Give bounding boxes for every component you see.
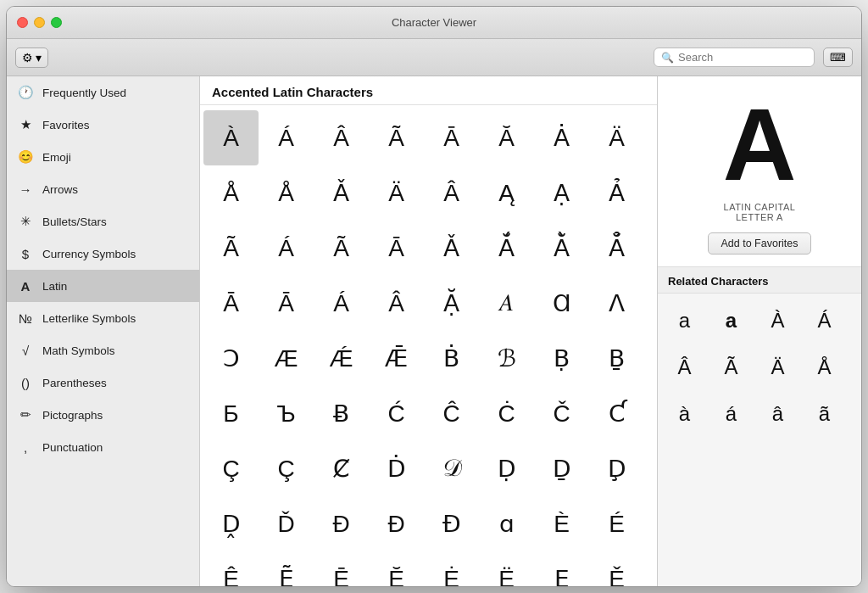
maximize-button[interactable]	[51, 17, 62, 28]
char-cell[interactable]: Ð	[314, 496, 369, 551]
char-cell[interactable]: Ḍ	[479, 441, 534, 496]
char-cell[interactable]: Ć	[369, 386, 424, 441]
char-cell[interactable]: Č	[534, 386, 589, 441]
related-char-cell[interactable]: ã	[801, 390, 848, 437]
char-cell[interactable]: Ǎ	[314, 165, 369, 221]
char-cell[interactable]: Ƀ	[314, 386, 369, 441]
related-char-cell[interactable]: á	[708, 390, 754, 437]
char-cell[interactable]: È	[534, 496, 589, 551]
char-cell[interactable]: Â	[314, 110, 369, 165]
char-cell[interactable]: Ĉ	[424, 386, 479, 441]
char-cell[interactable]: Ḋ	[369, 441, 424, 496]
char-cell[interactable]: Ã	[203, 221, 259, 276]
char-cell[interactable]: Ă	[479, 110, 534, 165]
char-cell[interactable]: Ʌ	[589, 276, 644, 331]
sidebar-item-punctuation[interactable]: , Punctuation	[7, 431, 199, 463]
sidebar-item-latin[interactable]: A Latin	[7, 270, 199, 302]
char-cell[interactable]: Á	[259, 221, 314, 276]
related-char-cell[interactable]: Â	[661, 344, 708, 390]
char-cell[interactable]: Đ	[369, 496, 424, 551]
char-cell[interactable]: ɑ	[479, 496, 534, 551]
keyboard-button[interactable]: ⌨	[823, 48, 853, 67]
char-cell[interactable]: Ǽ	[314, 331, 369, 386]
char-cell[interactable]: Ã	[314, 221, 369, 276]
char-cell[interactable]: Ĕ	[369, 551, 424, 586]
add-to-favorites-button[interactable]: Add to Favorites	[708, 232, 810, 255]
char-cell[interactable]: Ẽ	[259, 551, 314, 586]
related-char-cell[interactable]: a	[661, 297, 708, 344]
char-cell[interactable]: Ä	[589, 110, 644, 165]
char-cell[interactable]: Â	[369, 276, 424, 331]
char-cell[interactable]: Ɑ	[534, 276, 589, 331]
sidebar-item-bullets-stars[interactable]: ✳ Bullets/Stars	[7, 205, 199, 238]
sidebar-item-letterlike-symbols[interactable]: № Letterlike Symbols	[7, 302, 199, 334]
char-cell[interactable]: Ā	[369, 221, 424, 276]
char-cell[interactable]: Ā	[259, 276, 314, 331]
char-cell[interactable]: Ẹ	[534, 551, 589, 586]
related-char-cell[interactable]: a	[708, 297, 754, 344]
char-cell[interactable]: Ḑ	[589, 441, 644, 496]
char-cell[interactable]: Ъ	[259, 386, 314, 441]
char-cell[interactable]: À	[203, 110, 259, 165]
sidebar-item-currency-symbols[interactable]: $ Currency Symbols	[7, 238, 199, 270]
char-cell[interactable]: Ḅ	[534, 331, 589, 386]
char-cell[interactable]: 𝒟	[424, 441, 479, 496]
sidebar-item-emoji[interactable]: 😊 Emoji	[7, 141, 199, 173]
char-cell[interactable]: Ả	[589, 165, 644, 221]
char-cell[interactable]: Ē	[314, 551, 369, 586]
sidebar-item-pictographs[interactable]: ✏ Pictographs	[7, 399, 199, 431]
close-button[interactable]	[17, 17, 28, 28]
related-char-cell[interactable]: â	[754, 390, 801, 437]
related-char-cell[interactable]: Á	[801, 297, 848, 344]
char-cell[interactable]: Ç	[203, 441, 259, 496]
char-cell[interactable]: Á	[314, 276, 369, 331]
char-cell[interactable]: Ą	[479, 165, 534, 221]
char-cell[interactable]: 𝐴	[479, 276, 534, 331]
sidebar-item-arrows[interactable]: → Arrows	[7, 173, 199, 205]
char-cell[interactable]: Ắ	[479, 221, 534, 276]
char-cell[interactable]: Ě	[589, 551, 644, 586]
char-cell[interactable]: Å	[203, 165, 259, 221]
char-cell[interactable]: Ḏ	[534, 441, 589, 496]
char-cell[interactable]: Ä	[369, 165, 424, 221]
sidebar-item-favorites[interactable]: ★ Favorites	[7, 109, 199, 141]
char-cell[interactable]: Ặ	[424, 276, 479, 331]
char-cell[interactable]: Ë	[479, 551, 534, 586]
related-char-cell[interactable]: Å	[801, 344, 848, 390]
related-char-cell[interactable]: Ã	[708, 344, 754, 390]
gear-menu-button[interactable]: ⚙ ▾	[15, 48, 48, 68]
related-char-cell[interactable]: À	[754, 297, 801, 344]
char-cell[interactable]: Ḓ	[203, 496, 259, 551]
char-cell[interactable]: Ė	[424, 551, 479, 586]
char-cell[interactable]: Å	[259, 165, 314, 221]
char-cell[interactable]: É	[589, 496, 644, 551]
sidebar-item-frequently-used[interactable]: 🕐 Frequently Used	[7, 76, 199, 109]
char-cell[interactable]: Ā	[424, 110, 479, 165]
char-cell[interactable]: Ẳ	[589, 221, 644, 276]
char-cell[interactable]: Ď	[259, 496, 314, 551]
sidebar-item-math-symbols[interactable]: √ Math Symbols	[7, 334, 199, 366]
minimize-button[interactable]	[34, 17, 45, 28]
sidebar-item-parentheses[interactable]: () Parentheses	[7, 366, 199, 399]
char-cell[interactable]: ℬ	[479, 331, 534, 386]
char-cell[interactable]: Ǎ	[424, 221, 479, 276]
char-cell[interactable]: Ȼ	[314, 441, 369, 496]
char-cell[interactable]: Ɔ	[203, 331, 259, 386]
char-cell[interactable]: Ê	[203, 551, 259, 586]
char-cell[interactable]: Ċ	[479, 386, 534, 441]
char-cell[interactable]: Ƈ	[589, 386, 644, 441]
char-cell[interactable]: Ằ	[534, 221, 589, 276]
char-cell[interactable]: Ç	[259, 441, 314, 496]
char-cell[interactable]: Ā	[203, 276, 259, 331]
char-cell[interactable]: Ḇ	[589, 331, 644, 386]
char-cell[interactable]: Ɖ	[424, 496, 479, 551]
char-cell[interactable]: Ạ	[534, 165, 589, 221]
char-cell[interactable]: Ǣ	[369, 331, 424, 386]
char-cell[interactable]: Á	[259, 110, 314, 165]
char-cell[interactable]: Æ	[259, 331, 314, 386]
char-cell[interactable]: Ã	[369, 110, 424, 165]
related-char-cell[interactable]: à	[661, 390, 708, 437]
related-char-cell[interactable]: Ä	[754, 344, 801, 390]
search-input[interactable]	[678, 51, 807, 64]
char-cell[interactable]: Б	[203, 386, 259, 441]
